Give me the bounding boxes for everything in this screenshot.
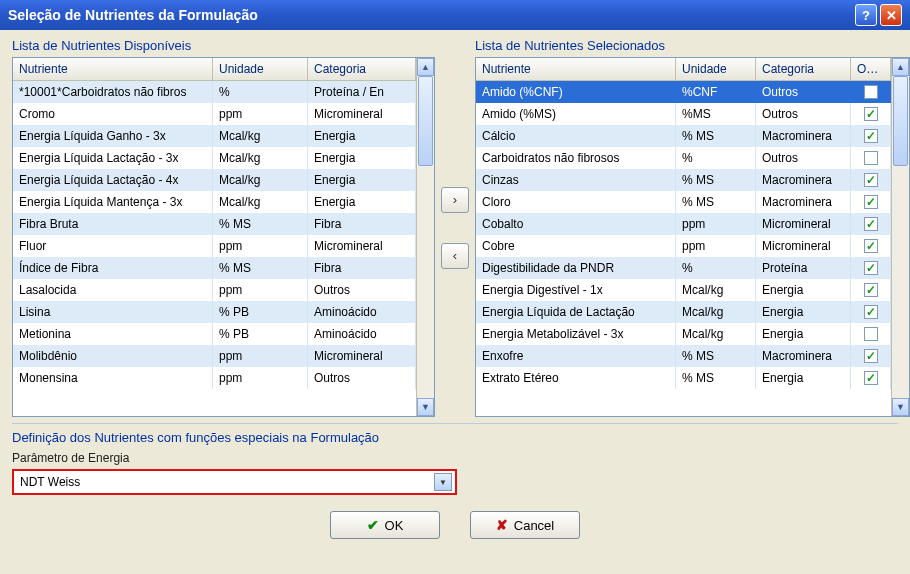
table-row[interactable]: Energia Digestível - 1xMcal/kgEnergia	[476, 279, 891, 301]
chevron-left-icon: ‹	[453, 248, 457, 263]
obrig-cell	[851, 103, 891, 125]
table-row[interactable]: Digestibilidade da PNDR%Proteína	[476, 257, 891, 279]
obrig-checkbox[interactable]	[864, 107, 878, 121]
obrig-checkbox[interactable]	[864, 349, 878, 363]
scroll-down-icon[interactable]: ▼	[892, 398, 909, 416]
table-row[interactable]: Lisina% PBAminoácido	[13, 301, 416, 323]
obrig-checkbox[interactable]	[864, 195, 878, 209]
cell: Lisina	[13, 301, 213, 323]
cell: Energia Digestível - 1x	[476, 279, 676, 301]
obrig-cell	[851, 147, 891, 169]
obrig-cell	[851, 279, 891, 301]
table-row[interactable]: Energia Líquida Ganho - 3xMcal/kgEnergia	[13, 125, 416, 147]
selected-label: Lista de Nutrientes Selecionados	[475, 38, 910, 53]
obrig-checkbox[interactable]	[864, 283, 878, 297]
available-header-nutriente[interactable]: Nutriente	[13, 58, 213, 80]
cell: Molibdênio	[13, 345, 213, 367]
energy-param-dropdown[interactable]: NDT Weiss ▼	[12, 469, 457, 495]
cell: ppm	[676, 235, 756, 257]
cell: Mcal/kg	[676, 301, 756, 323]
cell: Energia	[756, 301, 851, 323]
cell: Macrominera	[756, 169, 851, 191]
table-row[interactable]: Energia Líquida de LactaçãoMcal/kgEnergi…	[476, 301, 891, 323]
table-row[interactable]: Índice de Fibra% MSFibra	[13, 257, 416, 279]
table-row[interactable]: Enxofre% MSMacrominera	[476, 345, 891, 367]
move-left-button[interactable]: ‹	[441, 243, 469, 269]
obrig-checkbox[interactable]	[864, 151, 878, 165]
table-row[interactable]: Energia Líquida Lactação - 4xMcal/kgEner…	[13, 169, 416, 191]
cell: Micromineral	[308, 235, 416, 257]
cell: % MS	[676, 169, 756, 191]
scroll-thumb[interactable]	[418, 76, 433, 166]
obrig-cell	[851, 125, 891, 147]
obrig-checkbox[interactable]	[864, 239, 878, 253]
table-row[interactable]: Amido (%CNF)%CNFOutros	[476, 81, 891, 103]
table-row[interactable]: Cálcio% MSMacrominera	[476, 125, 891, 147]
cell: Fibra	[308, 257, 416, 279]
cell: *10001*Carboidratos não fibros	[13, 81, 213, 103]
table-row[interactable]: Energia Líquida Mantença - 3xMcal/kgEner…	[13, 191, 416, 213]
cell: Energia	[756, 367, 851, 389]
scroll-up-icon[interactable]: ▲	[892, 58, 909, 76]
move-right-button[interactable]: ›	[441, 187, 469, 213]
table-row[interactable]: Extrato Etéreo% MSEnergia	[476, 367, 891, 389]
selected-header-obrig[interactable]: Obrig	[851, 58, 891, 80]
cell: ppm	[213, 279, 308, 301]
obrig-checkbox[interactable]	[864, 217, 878, 231]
table-row[interactable]: Energia Líquida Lactação - 3xMcal/kgEner…	[13, 147, 416, 169]
ok-button[interactable]: ✔ OK	[330, 511, 440, 539]
cell: Outros	[756, 103, 851, 125]
cell: Amido (%CNF)	[476, 81, 676, 103]
obrig-checkbox[interactable]	[864, 173, 878, 187]
obrig-checkbox[interactable]	[864, 327, 878, 341]
cancel-button[interactable]: ✘ Cancel	[470, 511, 580, 539]
table-row[interactable]: Metionina% PBAminoácido	[13, 323, 416, 345]
table-row[interactable]: CobaltoppmMicromineral	[476, 213, 891, 235]
available-scrollbar[interactable]: ▲ ▼	[416, 58, 434, 416]
table-row[interactable]: LasalocidappmOutros	[13, 279, 416, 301]
cell: Aminoácido	[308, 323, 416, 345]
table-row[interactable]: *10001*Carboidratos não fibros%Proteína …	[13, 81, 416, 103]
close-button[interactable]: ✕	[880, 4, 902, 26]
cell: Energia Líquida de Lactação	[476, 301, 676, 323]
cell: % PB	[213, 323, 308, 345]
cell: Carboidratos não fibrosos	[476, 147, 676, 169]
scroll-up-icon[interactable]: ▲	[417, 58, 434, 76]
selected-header-nutriente[interactable]: Nutriente	[476, 58, 676, 80]
cell: ppm	[213, 367, 308, 389]
cell: Cinzas	[476, 169, 676, 191]
cell: Macrominera	[756, 191, 851, 213]
selected-scrollbar[interactable]: ▲ ▼	[891, 58, 909, 416]
obrig-cell	[851, 81, 891, 103]
table-row[interactable]: MonensinappmOutros	[13, 367, 416, 389]
cell: Mcal/kg	[676, 323, 756, 345]
dropdown-button[interactable]: ▼	[434, 473, 452, 491]
cell: Outros	[308, 367, 416, 389]
scroll-down-icon[interactable]: ▼	[417, 398, 434, 416]
cell: Mcal/kg	[213, 125, 308, 147]
table-row[interactable]: CobreppmMicromineral	[476, 235, 891, 257]
scroll-thumb[interactable]	[893, 76, 908, 166]
obrig-checkbox[interactable]	[864, 85, 878, 99]
obrig-checkbox[interactable]	[864, 371, 878, 385]
obrig-checkbox[interactable]	[864, 129, 878, 143]
table-row[interactable]: Fibra Bruta% MSFibra	[13, 213, 416, 235]
available-header-unidade[interactable]: Unidade	[213, 58, 308, 80]
table-row[interactable]: Cinzas% MSMacrominera	[476, 169, 891, 191]
table-row[interactable]: Energia Metabolizável - 3xMcal/kgEnergia	[476, 323, 891, 345]
table-row[interactable]: CromoppmMicromineral	[13, 103, 416, 125]
obrig-checkbox[interactable]	[864, 261, 878, 275]
obrig-cell	[851, 301, 891, 323]
table-row[interactable]: Amido (%MS)%MSOutros	[476, 103, 891, 125]
table-row[interactable]: FluorppmMicromineral	[13, 235, 416, 257]
table-row[interactable]: MolibdênioppmMicromineral	[13, 345, 416, 367]
selected-header-categoria[interactable]: Categoria	[756, 58, 851, 80]
available-header-categoria[interactable]: Categoria	[308, 58, 416, 80]
selected-header-unidade[interactable]: Unidade	[676, 58, 756, 80]
cell: Energia	[308, 191, 416, 213]
help-button[interactable]: ?	[855, 4, 877, 26]
table-row[interactable]: Carboidratos não fibrosos%Outros	[476, 147, 891, 169]
obrig-checkbox[interactable]	[864, 305, 878, 319]
table-row[interactable]: Cloro% MSMacrominera	[476, 191, 891, 213]
cell: Energia	[756, 323, 851, 345]
